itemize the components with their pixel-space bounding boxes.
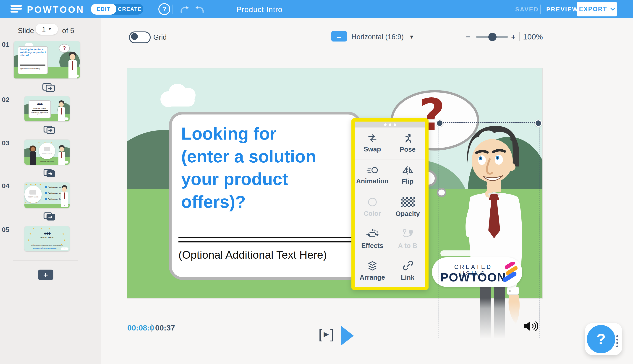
total-time: 00:37 [155, 324, 175, 332]
thumb-point-3: Point number three [48, 198, 63, 200]
thumb-stars: ★ [64, 238, 66, 242]
edit-mode-button[interactable]: EDIT [91, 4, 116, 14]
thumb-url: www.ProductName.com [25, 247, 65, 250]
thumb-logo-diamonds: ◆◆◆ [25, 231, 70, 235]
export-label: EXPORT [579, 6, 607, 13]
slide-text-box[interactable]: Looking for (enter a solution your produ… [172, 114, 359, 277]
menu-item-animation[interactable]: Animation [355, 160, 390, 191]
topbar-divider [85, 4, 85, 14]
more-options-dots-icon[interactable] [616, 335, 618, 347]
thumb-subtitle: Insert a hook line about the product [30, 112, 49, 114]
a-to-b-icon [402, 229, 414, 239]
hamburger-menu-icon[interactable] [11, 5, 22, 14]
opacity-icon [401, 197, 415, 207]
transition-button-4[interactable] [43, 212, 55, 221]
help-icon[interactable]: ? [158, 3, 170, 15]
slide-thumbnail-3[interactable]: ★ ★ ★ INSERT IMAGE Introduce your produc… [25, 140, 70, 165]
zoom-percentage: 100% [523, 32, 543, 41]
help-bubble-icon[interactable]: ? [587, 325, 615, 353]
selection-marquee[interactable] [439, 122, 539, 338]
saved-status: SAVED [515, 6, 539, 13]
menu-item-link[interactable]: Link [390, 255, 425, 287]
play-icon: ▶ [324, 331, 329, 338]
slide-title-text[interactable]: Looking for (enter a solution your produ… [181, 122, 341, 213]
undo-icon[interactable] [179, 6, 190, 14]
menu-item-swap[interactable]: Swap [355, 128, 390, 159]
edit-create-toggle[interactable]: EDIT CREATE [91, 4, 143, 14]
slide-number: 04 [2, 182, 9, 190]
menu-item-effects[interactable]: Effects [355, 223, 390, 255]
preview-button[interactable]: PREVIEW [546, 6, 578, 13]
zoom-in-button[interactable]: + [511, 33, 515, 41]
menu-item-arrange[interactable]: Arrange [355, 255, 390, 287]
selection-handle[interactable] [535, 120, 542, 127]
link-icon [402, 261, 413, 271]
slide-thumbnail-5[interactable]: ★ ★ ★ ★ ★ ★ ★ ★ ★ ◆◆◆ INSERT LOGO Would … [25, 226, 70, 251]
separator-line [178, 241, 352, 242]
topbar-divider [173, 4, 173, 14]
color-icon [367, 197, 377, 207]
swap-icon [366, 134, 378, 143]
cloud-shape [160, 81, 199, 107]
thumb-label: INSERT IMAGE [39, 153, 55, 154]
document-title[interactable]: Product Intro [236, 5, 283, 14]
create-mode-button[interactable]: CREATE [116, 6, 143, 12]
chevron-down-icon [610, 8, 615, 11]
thumb-label: INSERT LOGO [25, 236, 70, 238]
menu-item-flip[interactable]: Flip [390, 160, 425, 191]
transition-button-1[interactable] [42, 83, 55, 92]
topbar-divider [212, 4, 212, 14]
slide-thumbnail-2[interactable]: ◆◆◆ INSERT LOGO Insert a hook line about… [25, 96, 70, 121]
thumb-watermark: ⌁ [61, 161, 69, 164]
play-presentation-button[interactable] [341, 326, 354, 345]
slide-thumbnail-1[interactable]: Looking for (enter a solution your produ… [14, 41, 80, 78]
topbar-divider [540, 4, 541, 14]
flip-icon [402, 165, 414, 175]
thumb-label: INSERT LOGO [29, 107, 51, 109]
object-context-menu: Swap Pose Animation [351, 118, 428, 290]
transition-button-2[interactable] [43, 126, 55, 134]
time-divider: | [151, 322, 153, 332]
plus-icon: + [43, 270, 48, 280]
menu-item-color: Color [355, 191, 390, 223]
effects-icon [366, 229, 379, 239]
slide-label: Slide [18, 26, 34, 35]
menu-drag-handle[interactable] [355, 122, 425, 128]
thumb-question-bubble: ? [59, 44, 70, 53]
menu-item-pose[interactable]: Pose [390, 128, 425, 159]
grid-toggle-knob [131, 33, 138, 40]
zoom-slider-knob[interactable] [488, 33, 496, 41]
thumb-subtitle: Introduce your product [36, 160, 59, 162]
export-button[interactable]: EXPORT [577, 2, 617, 16]
zoom-divider [519, 32, 520, 40]
thumb-stars: ★ ★ ★ [33, 228, 53, 230]
slide-number: 01 [2, 40, 9, 48]
zoom-out-button[interactable]: − [466, 32, 470, 41]
orientation-dropdown[interactable]: Horizontal (16:9) [351, 33, 404, 41]
slide-number-dropdown[interactable]: 1 ▼ [36, 24, 58, 35]
help-widget[interactable]: ? [585, 323, 622, 355]
slide-subtitle-text[interactable]: (Optional Additional Text Here) [178, 248, 327, 261]
orientation-icon: ↔ [331, 31, 347, 42]
thumb-logo-diamonds: ◆◆◆ [29, 102, 51, 106]
thumb-subtitle: Would you like to learn more about (prod… [27, 245, 67, 246]
slide-thumbnail-4[interactable]: ★ ★ ★ ★ ★ ★ ★ INSERT IMAGE Point number … [25, 182, 70, 208]
slide-number: 02 [2, 96, 9, 104]
add-slide-button[interactable]: + [38, 270, 54, 280]
grid-toggle[interactable] [129, 32, 151, 43]
slide-number: 03 [2, 139, 9, 147]
thumb-watermark: ⌁ [61, 204, 69, 207]
transition-button-3[interactable] [43, 169, 55, 178]
thumb-watermark: ⌁ [61, 118, 69, 120]
selection-handle[interactable] [436, 120, 443, 127]
thumb-point-1: Point number one [48, 186, 62, 188]
elapsed-time: 00:08:0 [127, 324, 154, 332]
animation-icon [366, 166, 378, 175]
redo-icon[interactable] [194, 6, 205, 14]
menu-item-opacity[interactable]: Opacity [390, 191, 425, 223]
top-bar: POWTOON EDIT CREATE ? Product Intro SAVE… [0, 0, 633, 18]
dropdown-triangle-icon[interactable]: ▼ [409, 34, 414, 40]
play-slide-button[interactable]: [ ▶ ] [319, 328, 334, 341]
thumb-watermark: ⌁ [71, 74, 79, 77]
thumb-stars: ★ [28, 238, 30, 242]
